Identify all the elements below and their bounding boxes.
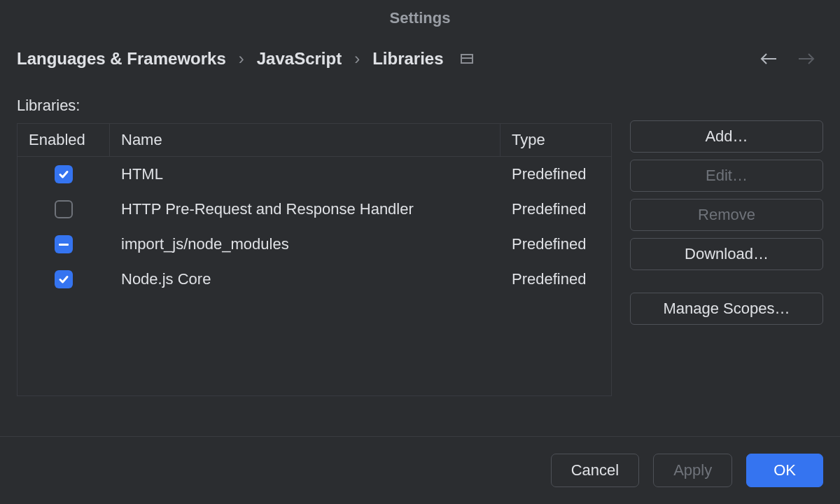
download-button[interactable]: Download… xyxy=(630,238,823,270)
window-title: Settings xyxy=(0,0,840,36)
enabled-cell xyxy=(18,235,110,253)
ok-button[interactable]: OK xyxy=(746,454,823,487)
remove-button: Remove xyxy=(630,199,823,231)
enabled-checkbox[interactable] xyxy=(55,200,73,218)
cancel-button[interactable]: Cancel xyxy=(551,454,639,487)
enabled-cell xyxy=(18,270,110,288)
enabled-checkbox[interactable] xyxy=(55,235,73,253)
name-cell: HTTP Pre-Request and Response Handler xyxy=(110,200,500,218)
type-cell: Predefined xyxy=(500,235,611,253)
name-cell: HTML xyxy=(110,165,500,183)
type-cell: Predefined xyxy=(500,200,611,218)
column-header-type[interactable]: Type xyxy=(500,124,611,156)
breadcrumb-item[interactable]: Libraries xyxy=(372,49,443,69)
enabled-checkbox[interactable] xyxy=(55,165,73,183)
manage-scopes-button[interactable]: Manage Scopes… xyxy=(630,293,823,325)
table-row[interactable]: HTTP Pre-Request and Response HandlerPre… xyxy=(18,192,611,227)
nav-back-button[interactable] xyxy=(759,49,778,69)
name-cell: Node.js Core xyxy=(110,270,500,288)
chevron-right-icon: › xyxy=(239,49,244,69)
table-header: Enabled Name Type xyxy=(18,124,611,157)
breadcrumb-item[interactable]: JavaScript xyxy=(257,49,342,69)
type-cell: Predefined xyxy=(500,270,611,288)
column-header-name[interactable]: Name xyxy=(110,124,500,156)
type-cell: Predefined xyxy=(500,165,611,183)
add-button[interactable]: Add… xyxy=(630,120,823,153)
breadcrumb-item[interactable]: Languages & Frameworks xyxy=(17,49,226,69)
column-header-enabled[interactable]: Enabled xyxy=(18,124,110,156)
dialog-footer: Cancel Apply OK xyxy=(0,436,840,504)
enabled-cell xyxy=(18,165,110,183)
apply-button: Apply xyxy=(653,454,732,487)
side-buttons: Add… Edit… Remove Download… Manage Scope… xyxy=(630,97,823,436)
breadcrumb: Languages & Frameworks › JavaScript › Li… xyxy=(17,49,749,69)
nav-arrows xyxy=(759,49,816,69)
chevron-right-icon: › xyxy=(354,49,360,69)
enabled-cell xyxy=(18,200,110,218)
table-row[interactable]: HTMLPredefined xyxy=(18,157,611,192)
header: Languages & Frameworks › JavaScript › Li… xyxy=(0,36,840,69)
libraries-table: Enabled Name Type HTMLPredefinedHTTP Pre… xyxy=(17,123,612,396)
enabled-checkbox[interactable] xyxy=(55,270,73,288)
table-row[interactable]: import_js/node_modulesPredefined xyxy=(18,227,611,262)
table-row[interactable]: Node.js CorePredefined xyxy=(18,262,611,297)
nav-forward-button xyxy=(797,49,816,69)
name-cell: import_js/node_modules xyxy=(110,235,500,253)
maximize-icon[interactable] xyxy=(461,54,473,64)
edit-button: Edit… xyxy=(630,160,823,192)
section-label: Libraries: xyxy=(17,97,612,115)
